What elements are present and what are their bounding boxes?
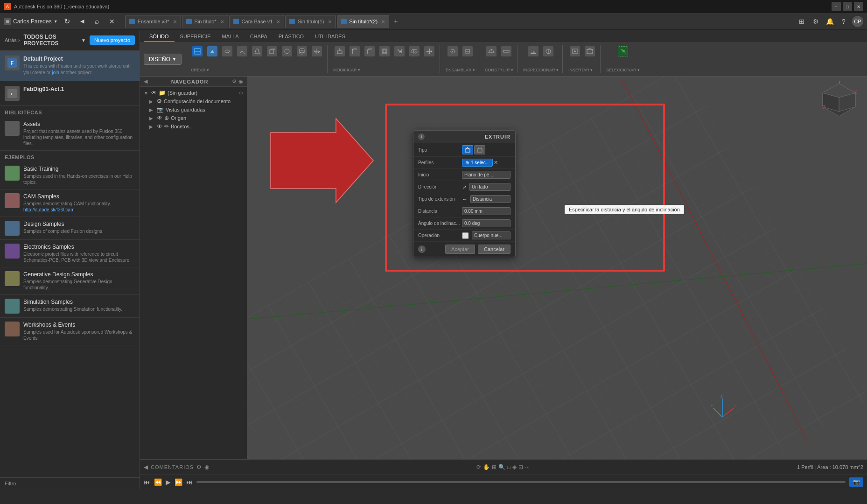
toolbar-tab-chapa[interactable]: CHAPA [245,32,273,42]
grid-btn[interactable]: ⊡ [518,464,523,470]
inicio-select[interactable]: Plano de pe... [462,171,510,179]
zoom-btn[interactable]: 🔍 [498,464,505,470]
toolbar-btn-combine[interactable] [408,45,421,57]
cam-link[interactable]: http://autode.sk/f360cam [23,207,75,212]
cube-indicator[interactable]: X Z Y [820,81,858,120]
direccion-select[interactable]: Un lado [469,183,510,191]
tipo-extension-select[interactable]: Distancia [470,195,510,203]
example-item-basic-training[interactable]: Basic Training Samples used in the Hands… [0,162,140,189]
comments-settings-btn[interactable]: ⚙ [196,464,202,470]
navigator-expand-button[interactable]: ◉ [238,78,243,84]
project-item-default[interactable]: F Default Project This comes with Fusion… [0,51,140,81]
tab-sintitulo1[interactable]: Sin título* ✕ [182,15,228,28]
cancelar-button[interactable]: Cancelar [478,245,510,254]
library-item-assets[interactable]: Assets Project that contains assets used… [0,117,140,151]
view-btn[interactable]: □ [507,464,510,470]
sidebar-back-button[interactable]: Atrás › [5,37,20,43]
tab-ensamble[interactable]: Ensamble v3* ✕ [125,15,181,28]
tab-carabase[interactable]: Cara Base v1 ✕ [229,15,285,28]
playback-end-btn[interactable]: ⏭ [186,478,193,486]
toolbar-tab-solido[interactable]: SÓLIDO [144,32,175,42]
project-item-fabdig[interactable]: F FabDig01-Act.1 [0,81,140,106]
toolbar-btn-select[interactable] [616,45,629,57]
toolbar-btn-box[interactable] [266,45,279,57]
tab-sintitulo2[interactable]: Sin título(1) ✕ [285,15,336,28]
profile-selector[interactable]: ⊕ 1 selec... [462,159,493,167]
user-menu[interactable]: ⊞ Carlos Paredes ▼ [4,18,58,25]
new-project-button[interactable]: Nuevo proyecto [90,35,135,45]
tab-close-carabase[interactable]: ✕ [276,19,280,24]
example-item-cam[interactable]: CAM Samples Samples demonstrating CAM fu… [0,189,140,217]
toolbar-btn-more-create[interactable] [310,45,323,57]
tab-close-ensamble[interactable]: ✕ [173,19,177,24]
toolbar-tab-plastico[interactable]: PLÁSTICO [273,32,309,42]
example-item-workshops[interactable]: Workshops & Events Samples used for Auto… [0,318,140,345]
camera-btn[interactable]: 📷 [849,477,863,487]
design-dropdown-button[interactable]: DISEÑO ▼ [144,54,182,65]
comments-expand-btn[interactable]: ◉ [204,464,209,470]
toolbar-btn-insert-canvas[interactable] [583,45,596,57]
toolbar-btn-chamfer[interactable] [363,45,376,57]
display-btn[interactable]: ◈ [512,464,517,470]
toolbar-btn-measure[interactable] [527,45,540,57]
tab-close-sintitulo3[interactable]: ✕ [381,19,385,24]
playback-play-btn[interactable]: ▶ [166,478,171,486]
toolbar-btn-insert-dxf[interactable] [568,45,581,57]
toolbar-btn-midplane[interactable] [500,45,513,57]
operacion-select[interactable]: Cuerpo nue... [472,231,510,239]
example-item-electronics[interactable]: Electronics Samples Electronic project f… [0,240,140,267]
pan-btn[interactable]: ✋ [483,464,490,470]
avatar[interactable]: CP [852,16,863,27]
toolbar-tab-malla[interactable]: MALLA [217,32,245,42]
example-item-simulation[interactable]: Simulation Samples Samples demonstrating… [0,295,140,318]
tree-item-config[interactable]: ▶ ⚙ Configuración del documento [142,97,245,105]
toolbar-btn-scale[interactable]: ⇲ [393,45,406,57]
zoom-extents-btn[interactable]: ⊞ [492,464,496,470]
example-item-generative[interactable]: Generative Design Samples Samples demons… [0,267,140,295]
orbit-btn[interactable]: ⟳ [476,464,481,470]
tab-close-sintitulo2[interactable]: ✕ [328,19,332,24]
toolbar-btn-sweep[interactable] [236,45,249,57]
playback-next-btn[interactable]: ⏩ [175,478,182,486]
tipo-btn-1[interactable] [462,145,473,154]
grid-icon-button[interactable]: ⊞ [796,16,807,27]
toolbar-btn-extrude[interactable] [206,45,219,57]
angulo-input[interactable] [462,219,510,227]
navigator-left-btn[interactable]: ◀ [144,464,148,470]
maximize-button[interactable]: □ [843,2,852,11]
toolbar-btn-shell[interactable] [378,45,391,57]
toolbar-btn-revolve[interactable] [221,45,234,57]
refresh-button[interactable]: ↻ [62,16,73,27]
tipo-btn-2[interactable] [474,145,485,154]
projects-dropdown[interactable]: TODOS LOS PROYECTOS ▼ [23,34,86,47]
tree-item-origen[interactable]: ▶ 👁 ⊕ Origen [142,114,245,122]
navigator-collapse-button[interactable]: ◀ [144,78,147,84]
toolbar-btn-fillet[interactable] [348,45,361,57]
toolbar-tab-utilidades[interactable]: UTILIDADES [309,32,351,42]
navigator-settings-button[interactable]: ⚙ [232,78,237,84]
profile-clear-button[interactable]: ✕ [494,160,498,166]
extra-btn[interactable]: ··· [525,464,530,470]
toolbar-tab-superficie[interactable]: SUPERFICIE [175,32,217,42]
toolbar-btn-offset-plane[interactable] [485,45,498,57]
tab-close-sintitulo1[interactable]: ✕ [220,19,224,24]
playback-timeline[interactable] [196,481,846,483]
toolbar-btn-section-analysis[interactable] [542,45,555,57]
close-nav-button[interactable]: ✕ [106,16,118,27]
distancia-input[interactable] [462,207,510,215]
close-button[interactable]: ✕ [854,2,863,11]
tree-item-bocetos[interactable]: ▶ 👁 ✏ Bocetos... [142,122,245,131]
playback-start-btn[interactable]: ⏮ [144,478,150,486]
toolbar-btn-sphere[interactable] [280,45,294,57]
minimize-button[interactable]: − [832,2,841,11]
search-button[interactable]: ⌕ [91,16,103,27]
tree-item-root[interactable]: ▼ 👁 📁 (Sin guardar) ⚙ [142,89,245,97]
toolbar-btn-press-pull[interactable] [333,45,346,57]
settings-button[interactable]: ⚙ [810,16,821,27]
viewport[interactable]: ℹ EXTRUIR Tipo [247,77,867,459]
tree-item-vistas[interactable]: ▶ 📷 Vistas guardadas [142,105,245,114]
tab-sintitulo3[interactable]: Sin título*(2) ✕ [337,15,390,28]
toolbar-btn-rigid-joint[interactable] [461,45,474,57]
back-nav-button[interactable]: ◀ [77,16,88,27]
toolbar-btn-cylinder[interactable] [295,45,308,57]
